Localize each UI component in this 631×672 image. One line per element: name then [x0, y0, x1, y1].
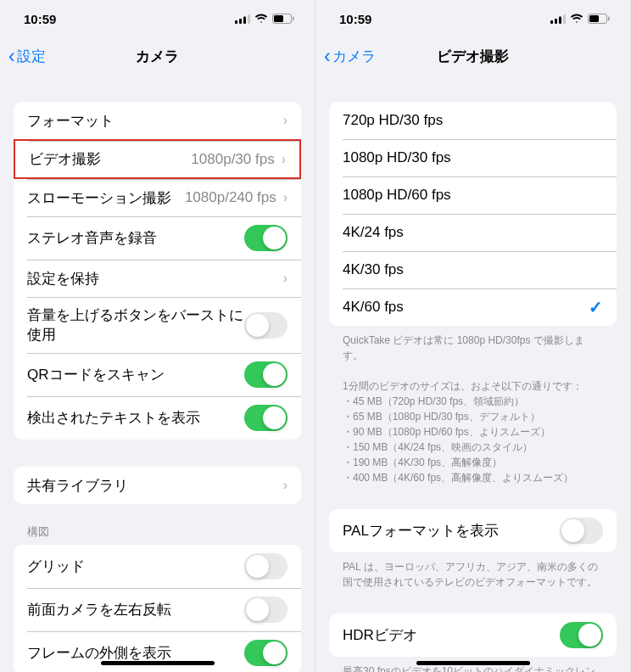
toggle-pal[interactable] — [560, 518, 603, 544]
option-label: 1080p HD/30 fps — [343, 149, 603, 166]
nav-bar: ‹ カメラ ビデオ撮影 — [316, 37, 630, 75]
toggle-volume-burst[interactable] — [244, 312, 288, 339]
back-button[interactable]: ‹ カメラ — [324, 45, 376, 68]
svg-rect-10 — [563, 14, 566, 24]
svg-rect-7 — [550, 20, 553, 24]
svg-rect-13 — [608, 17, 610, 21]
chevron-right-icon: › — [283, 271, 288, 286]
value-slomo: 1080p/240 fps — [185, 189, 276, 206]
svg-rect-2 — [243, 16, 246, 24]
toggle-stereo[interactable] — [244, 225, 288, 251]
wifi-icon — [570, 14, 584, 24]
cellular-icon — [550, 14, 566, 24]
row-outside-frame: フレームの外側を表示 — [14, 631, 301, 672]
label-mirror: 前面カメラを左右反転 — [27, 600, 244, 619]
battery-icon — [272, 14, 294, 24]
status-time: 10:59 — [24, 12, 56, 26]
footer-size-item: 65 MB（1080p HD/30 fps、デフォルト） — [343, 409, 603, 424]
row-hdr: HDRビデオ — [329, 613, 617, 657]
section-shared-library: 共有ライブラリ › — [14, 467, 301, 504]
label-preserve: 設定を保持 — [27, 269, 283, 288]
section-pal: PALフォーマットを表示 — [329, 509, 617, 552]
row-stereo: ステレオ音声を録音 — [14, 216, 301, 260]
back-button[interactable]: ‹ 設定 — [8, 45, 46, 68]
toggle-mirror[interactable] — [244, 596, 288, 623]
option-label: 4K/60 fps — [343, 299, 589, 316]
footer-sizes-title: 1分間のビデオのサイズは、およそ以下の通りです： — [343, 378, 603, 394]
footer-sizes-list: 45 MB（720p HD/30 fps、領域節約） 65 MB（1080p H… — [343, 394, 603, 485]
chevron-right-icon: › — [282, 152, 286, 167]
row-shared-library[interactable]: 共有ライブラリ › — [14, 467, 301, 504]
footer-size-item: 90 MB（1080p HD/60 fps、よりスムーズ） — [343, 424, 603, 440]
row-format[interactable]: フォーマット › — [14, 102, 301, 139]
label-grid: グリッド — [27, 557, 244, 576]
footer-size-item: 45 MB（720p HD/30 fps、領域節約） — [343, 394, 603, 409]
chevron-right-icon: › — [283, 113, 288, 128]
svg-rect-0 — [235, 20, 237, 24]
wifi-icon — [254, 14, 268, 24]
footer-size-item: 400 MB（4K/60 fps、高解像度、よりスムーズ） — [343, 470, 603, 485]
label-stereo: ステレオ音声を録音 — [27, 228, 244, 248]
checkmark-icon: ✓ — [589, 297, 603, 317]
chevron-left-icon: ‹ — [8, 45, 15, 68]
battery-icon — [588, 14, 610, 24]
label-format: フォーマット — [27, 111, 283, 131]
row-grid: グリッド — [14, 545, 301, 588]
toggle-detected-text[interactable] — [244, 405, 288, 431]
row-mirror: 前面カメラを左右反転 — [14, 588, 301, 631]
row-video-recording[interactable]: ビデオ撮影 1080p/30 fps › — [14, 139, 301, 179]
row-slomo[interactable]: スローモーション撮影 1080p/240 fps › — [14, 179, 301, 216]
svg-rect-5 — [274, 15, 283, 22]
option-label: 720p HD/30 fps — [343, 112, 603, 129]
toggle-outside-frame[interactable] — [244, 640, 288, 666]
svg-rect-8 — [555, 19, 557, 24]
footer-quicktake-text: QuickTake ビデオは常に 1080p HD/30fps で撮影します。 — [343, 333, 603, 363]
toggle-hdr[interactable] — [560, 622, 603, 648]
label-video: ビデオ撮影 — [29, 149, 191, 169]
home-indicator[interactable] — [101, 661, 215, 665]
row-detected-text: 検出されたテキストを表示 — [14, 396, 301, 440]
row-720p30[interactable]: 720p HD/30 fps — [329, 102, 617, 139]
chevron-right-icon: › — [283, 190, 288, 205]
section-header-composition: 構図 — [14, 519, 301, 545]
cellular-icon — [235, 14, 250, 24]
back-label: 設定 — [17, 47, 46, 66]
footer-pal: PAL は、ヨーロッパ、アフリカ、アジア、南米の多くの国で使用されているテレビの… — [329, 552, 617, 596]
label-shared-library: 共有ライブラリ — [27, 476, 283, 496]
status-bar: 10:59 — [0, 0, 315, 37]
label-pal: PALフォーマットを表示 — [343, 521, 560, 540]
page-title: カメラ — [136, 47, 179, 66]
home-indicator[interactable] — [416, 661, 530, 665]
toggle-grid[interactable] — [244, 553, 288, 580]
row-1080p30[interactable]: 1080p HD/30 fps — [329, 139, 617, 176]
back-label: カメラ — [332, 47, 376, 66]
svg-rect-6 — [293, 17, 294, 21]
label-hdr: HDRビデオ — [343, 625, 560, 645]
label-slomo: スローモーション撮影 — [27, 188, 185, 208]
svg-rect-12 — [589, 15, 599, 22]
status-icons — [550, 14, 610, 24]
row-4k30[interactable]: 4K/30 fps — [329, 251, 617, 288]
row-preserve[interactable]: 設定を保持 › — [14, 260, 301, 297]
label-qr: QRコードをスキャン — [27, 365, 244, 384]
option-label: 1080p HD/60 fps — [343, 187, 603, 204]
toggle-qr[interactable] — [244, 361, 288, 388]
nav-bar: ‹ 設定 カメラ — [0, 37, 315, 75]
page-title: ビデオ撮影 — [437, 47, 509, 66]
section-composition: グリッド 前面カメラを左右反転 フレームの外側を表示 — [14, 545, 301, 672]
phone-camera-settings: 10:59 ‹ 設定 カメラ フォーマット › ビデオ撮影 1080p/30 f… — [0, 0, 316, 672]
row-1080p60[interactable]: 1080p HD/60 fps — [329, 176, 617, 214]
status-icons — [235, 14, 294, 24]
status-bar: 10:59 — [316, 0, 630, 37]
row-4k24[interactable]: 4K/24 fps — [329, 214, 617, 251]
label-detected-text: 検出されたテキストを表示 — [27, 408, 244, 428]
label-volume-burst: 音量を上げるボタンをバーストに使用 — [27, 305, 244, 344]
status-time: 10:59 — [339, 12, 371, 26]
option-label: 4K/24 fps — [343, 224, 603, 241]
row-4k60[interactable]: 4K/60 fps ✓ — [329, 288, 617, 326]
row-qr: QRコードをスキャン — [14, 353, 301, 396]
phone-video-settings: 10:59 ‹ カメラ ビデオ撮影 720p HD/30 fps 1080p H… — [316, 0, 631, 672]
label-outside-frame: フレームの外側を表示 — [27, 643, 244, 663]
row-volume-burst: 音量を上げるボタンをバーストに使用 — [14, 297, 301, 353]
footer-size-item: 150 MB（4K/24 fps、映画のスタイル） — [343, 440, 603, 455]
